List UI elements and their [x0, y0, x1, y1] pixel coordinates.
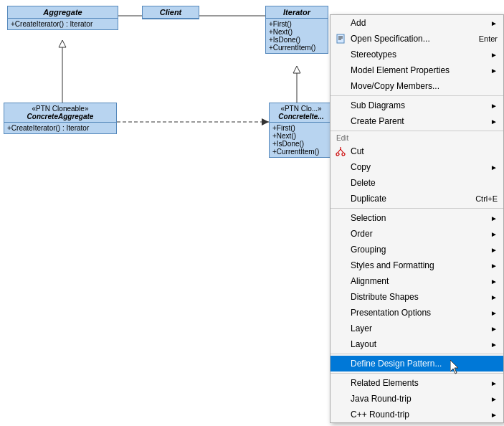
menu-item-copy[interactable]: Copy ►: [331, 159, 503, 175]
menu-item-define-design-pattern[interactable]: Define Design Pattern...: [331, 356, 503, 371]
menu-item-distribute-shapes[interactable]: Distribute Shapes ►: [331, 289, 503, 305]
model-element-label: Model Element Properties: [351, 65, 450, 75]
layer-label: Layer: [351, 323, 372, 333]
distribute-shapes-arrow: ►: [490, 293, 498, 301]
menu-item-add[interactable]: Add ►: [331, 15, 503, 31]
svg-line-14: [338, 149, 341, 153]
related-elements-label: Related Elements: [351, 378, 419, 388]
stereotypes-label: Stereotypes: [351, 49, 396, 60]
class-name-client: Client: [143, 6, 199, 19]
separator-3: [331, 208, 503, 209]
menu-item-duplicate[interactable]: Duplicate Ctrl+E: [331, 191, 503, 207]
delete-label: Delete: [351, 178, 376, 188]
separator-1: [331, 95, 503, 96]
distribute-shapes-label: Distribute Shapes: [351, 292, 419, 302]
menu-item-order[interactable]: Order ►: [331, 226, 503, 242]
grouping-label: Grouping: [351, 245, 386, 255]
create-parent-label: Create Parent: [351, 116, 404, 126]
presentation-options-arrow: ►: [490, 309, 498, 317]
class-name-concrete-aggregate: «PTN Cloneable» ConcreteAggregate: [4, 103, 116, 123]
duplicate-shortcut: Ctrl+E: [475, 194, 498, 203]
separator-2: [331, 131, 503, 131]
menu-item-styles-formatting[interactable]: Styles and Formatting ►: [331, 257, 503, 273]
cpp-round-trip-label: C++ Round-trip: [351, 410, 409, 420]
selection-label: Selection: [351, 213, 386, 223]
sub-diagrams-label: Sub Diagrams: [351, 100, 405, 110]
model-element-arrow: ►: [490, 67, 498, 75]
svg-point-13: [342, 153, 345, 156]
related-elements-arrow: ►: [490, 379, 498, 387]
menu-item-create-parent[interactable]: Create Parent ►: [331, 113, 503, 129]
svg-marker-3: [293, 66, 300, 73]
menu-item-java-round-trip[interactable]: Java Round-trip ►: [331, 391, 503, 407]
class-name-aggregate: Aggregate: [8, 6, 118, 19]
context-menu: Add ► Open Specification... Enter Stereo…: [330, 14, 504, 423]
separator-4: [331, 354, 503, 354]
copy-label: Copy: [351, 162, 371, 172]
menu-item-stereotypes[interactable]: Stereotypes ►: [331, 47, 503, 62]
uml-box-client[interactable]: Client: [142, 6, 199, 19]
methods-concrete-aggregate: +CreateIterator() : Iterator: [4, 123, 116, 133]
svg-rect-8: [337, 34, 344, 43]
menu-item-cut[interactable]: Cut: [331, 143, 503, 159]
uml-box-concrete-iterator[interactable]: «PTN Clo...» ConcreteIte... +First()+Nex…: [269, 103, 333, 158]
methods-iterator: +First()+Next()+IsDone()+CurrentItem(): [266, 19, 328, 53]
alignment-arrow: ►: [490, 278, 498, 285]
grouping-arrow: ►: [490, 246, 498, 254]
presentation-options-label: Presentation Options: [351, 308, 431, 318]
cpp-round-trip-arrow: ►: [490, 411, 498, 419]
uml-box-aggregate[interactable]: Aggregate +CreateIterator() : Iterator: [7, 6, 118, 30]
menu-item-grouping[interactable]: Grouping ►: [331, 242, 503, 257]
menu-item-sub-diagrams[interactable]: Sub Diagrams ►: [331, 98, 503, 113]
uml-box-concrete-aggregate[interactable]: «PTN Cloneable» ConcreteAggregate +Creat…: [4, 103, 117, 134]
move-copy-label: Move/Copy Members...: [351, 81, 439, 91]
methods-aggregate: +CreateIterator() : Iterator: [8, 19, 118, 29]
styles-formatting-label: Styles and Formatting: [351, 260, 434, 270]
selection-arrow: ►: [490, 214, 498, 222]
order-arrow: ►: [490, 230, 498, 238]
edit-section-label: Edit: [331, 133, 503, 143]
open-spec-shortcut: Enter: [479, 34, 498, 43]
spec-icon: [335, 33, 346, 44]
java-round-trip-arrow: ►: [490, 395, 498, 403]
cut-icon: [335, 146, 346, 157]
menu-item-layout[interactable]: Layout ►: [331, 336, 503, 352]
menu-item-open-spec[interactable]: Open Specification... Enter: [331, 31, 503, 47]
layout-arrow: ►: [490, 341, 498, 349]
menu-item-selection[interactable]: Selection ►: [331, 210, 503, 226]
svg-marker-1: [59, 40, 66, 47]
menu-item-model-element[interactable]: Model Element Properties ►: [331, 62, 503, 78]
menu-item-cpp-round-trip[interactable]: C++ Round-trip ►: [331, 407, 503, 422]
menu-item-move-copy[interactable]: Move/Copy Members...: [331, 78, 503, 94]
add-label: Add: [351, 18, 366, 28]
menu-item-alignment[interactable]: Alignment ►: [331, 273, 503, 289]
diagram-connections: [0, 0, 330, 426]
menu-item-related-elements[interactable]: Related Elements ►: [331, 375, 503, 391]
duplicate-label: Duplicate: [351, 194, 386, 204]
class-name-iterator: Iterator: [266, 6, 328, 19]
separator-5: [331, 373, 503, 374]
menu-item-presentation-options[interactable]: Presentation Options ►: [331, 305, 503, 321]
methods-concrete-iterator: +First()+Next()+IsDone()+CurrentItem(): [270, 123, 333, 157]
java-round-trip-label: Java Round-trip: [351, 394, 412, 404]
cut-label: Cut: [351, 146, 364, 156]
order-label: Order: [351, 229, 373, 239]
svg-point-12: [336, 153, 339, 156]
class-name-concrete-iterator: «PTN Clo...» ConcreteIte...: [270, 103, 333, 123]
alignment-label: Alignment: [351, 276, 389, 286]
styles-formatting-arrow: ►: [490, 262, 498, 270]
open-spec-label: Open Specification...: [351, 34, 430, 44]
copy-arrow: ►: [490, 164, 498, 171]
menu-item-layer[interactable]: Layer ►: [331, 321, 503, 336]
sub-diagrams-arrow: ►: [490, 102, 498, 110]
svg-marker-7: [262, 118, 269, 126]
svg-line-15: [341, 149, 343, 153]
define-design-pattern-label: Define Design Pattern...: [351, 359, 442, 369]
layout-label: Layout: [351, 339, 376, 349]
add-arrow: ►: [490, 19, 498, 27]
layer-arrow: ►: [490, 325, 498, 333]
menu-item-delete[interactable]: Delete: [331, 175, 503, 191]
stereotypes-arrow: ►: [490, 51, 498, 59]
create-parent-arrow: ►: [490, 118, 498, 126]
uml-box-iterator[interactable]: Iterator +First()+Next()+IsDone()+Curren…: [265, 6, 328, 54]
